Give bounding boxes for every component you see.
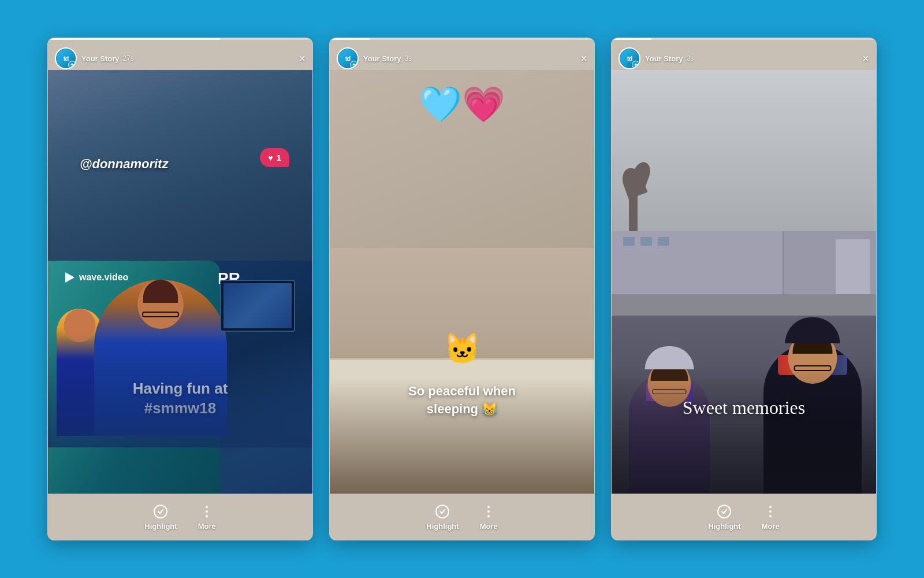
dot3-2 xyxy=(487,515,490,517)
more-label-3: More xyxy=(762,522,780,531)
progress-bar-container-2 xyxy=(330,38,594,40)
story-username-2: Your Story xyxy=(363,54,401,63)
like-count: 1 xyxy=(277,153,281,162)
dot1 xyxy=(206,506,208,508)
window2 xyxy=(640,237,652,246)
monitor-screen xyxy=(223,283,292,328)
person2-hair xyxy=(143,280,178,303)
avatar-logo-1: td xyxy=(64,55,68,62)
progress-bar-fill-3 xyxy=(612,38,651,40)
hearts-emoji: 🩵💗 xyxy=(419,87,505,122)
story-username-1: Your Story xyxy=(81,54,120,63)
progress-bar-fill-2 xyxy=(330,38,370,40)
avatar-plus-3: + xyxy=(632,61,640,69)
avatar-plus-2: + xyxy=(350,61,358,69)
highlight-icon-2 xyxy=(434,503,450,520)
highlight-icon-3 xyxy=(716,503,732,520)
close-button-2[interactable]: × xyxy=(580,53,587,64)
winter-p1-hat xyxy=(645,346,694,369)
person2-head xyxy=(137,280,184,329)
progress-bar-container-1 xyxy=(48,38,312,40)
close-button-3[interactable]: × xyxy=(862,53,869,64)
more-icon-3 xyxy=(762,503,778,520)
card2-content: 🩵💗 🐱 So peaceful whensleeping 😹 xyxy=(330,70,594,494)
dot1-3 xyxy=(769,506,772,508)
more-dots-1 xyxy=(206,506,208,517)
card2-top-bg: 🩵💗 xyxy=(330,70,594,248)
bottom-gradient-3 xyxy=(612,366,876,494)
wave-video-text: wave.video xyxy=(79,272,128,283)
more-button-1[interactable]: More xyxy=(198,503,216,531)
svg-point-2 xyxy=(718,505,731,518)
mention-text: @donnamoritz xyxy=(80,157,168,172)
card1-photo: wave.video PR xyxy=(48,70,312,494)
more-icon-2 xyxy=(480,503,497,520)
avatar-plus-1: + xyxy=(68,61,76,69)
avatar-1: td + xyxy=(55,47,77,69)
bottom-gradient-1 xyxy=(48,332,312,447)
highlight-label-2: Highlight xyxy=(426,522,459,531)
story-card-2: td + Your Story 3s × 🩵💗 🐱 So peaceful wh… xyxy=(329,38,595,540)
dot2 xyxy=(206,510,208,513)
card3-text: Sweet memories xyxy=(683,397,805,418)
highlight-svg-1 xyxy=(153,504,168,519)
dot2-2 xyxy=(487,510,490,513)
highlight-button-1[interactable]: Highlight xyxy=(144,503,177,531)
story-time-3: 3s xyxy=(687,54,694,62)
story-header-2: td + Your Story 3s × xyxy=(330,43,594,74)
person2-glasses xyxy=(142,312,179,317)
more-label-1: More xyxy=(198,522,216,531)
highlight-button-3[interactable]: Highlight xyxy=(708,503,740,531)
dot3-3 xyxy=(769,515,772,517)
more-icon-1 xyxy=(199,503,215,520)
card2-text: So peaceful whensleeping 😹 xyxy=(408,384,516,416)
more-dots-3 xyxy=(769,506,772,517)
wave-video-label: wave.video xyxy=(65,272,128,283)
window3 xyxy=(658,237,669,246)
window1 xyxy=(623,237,635,246)
more-button-2[interactable]: More xyxy=(480,503,498,531)
dot1-2 xyxy=(487,506,490,508)
story-header-3: td + Your Story 3s × xyxy=(612,43,876,74)
progress-bar-fill-1 xyxy=(48,38,220,40)
dot2-3 xyxy=(769,510,772,513)
avatar-logo-3: td xyxy=(627,55,632,62)
progress-bar-container-3 xyxy=(612,38,876,40)
avatar-logo-2: td xyxy=(345,55,350,62)
card2-caption-text: So peaceful whensleeping 😹 xyxy=(330,383,594,418)
tree1-branch2 xyxy=(630,160,653,187)
story-header-1: td + Your Story 27s × xyxy=(48,43,312,74)
card3-sky xyxy=(612,70,876,231)
story-title-group-2: Your Story 3s xyxy=(363,54,580,63)
highlight-label-3: Highlight xyxy=(708,522,740,531)
close-button-1[interactable]: × xyxy=(299,53,305,64)
story-card-1: td + Your Story 27s × wave.video PR xyxy=(47,38,313,540)
highlight-svg-2 xyxy=(435,504,450,519)
like-notification-1: ♥ 1 xyxy=(260,148,289,167)
story-actions-1: Highlight More xyxy=(48,494,312,540)
highlight-button-2[interactable]: Highlight xyxy=(426,503,459,531)
more-button-3[interactable]: More xyxy=(762,503,780,531)
highlight-svg-3 xyxy=(717,504,732,519)
story-card-3: td + Your Story 3s × xyxy=(611,38,877,540)
story-username-3: Your Story xyxy=(645,54,683,63)
like-heart-icon: ♥ xyxy=(268,153,273,162)
svg-point-0 xyxy=(154,505,167,518)
story-title-group-1: Your Story 27s xyxy=(81,54,299,63)
story-title-group-3: Your Story 3s xyxy=(645,54,862,63)
story-actions-2: Highlight More xyxy=(330,494,594,540)
monitor xyxy=(220,280,295,332)
highlight-label-1: Highlight xyxy=(144,522,177,531)
avatar-2: td + xyxy=(337,47,359,69)
story-time-1: 27s xyxy=(123,54,134,62)
cat-emoji: 🐱 xyxy=(444,334,481,364)
more-label-2: More xyxy=(480,522,498,531)
card3-content: Sweet memories xyxy=(612,70,876,494)
card3-building-area xyxy=(612,231,876,316)
more-dots-2 xyxy=(487,506,490,517)
play-icon xyxy=(65,272,74,283)
story-time-2: 3s xyxy=(405,54,412,62)
story-actions-3: Highlight More xyxy=(612,494,876,540)
winter-p2-hat xyxy=(785,317,840,343)
dot3 xyxy=(206,515,208,517)
